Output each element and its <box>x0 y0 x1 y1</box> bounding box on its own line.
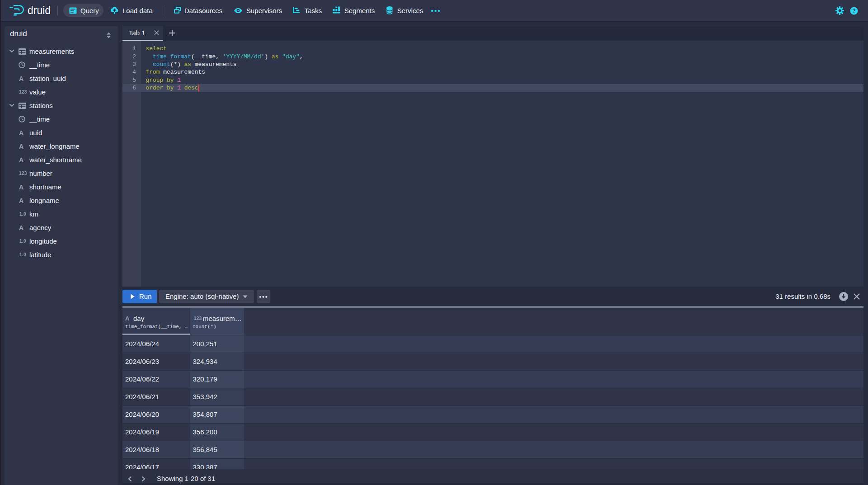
svg-text:?: ? <box>852 8 855 14</box>
